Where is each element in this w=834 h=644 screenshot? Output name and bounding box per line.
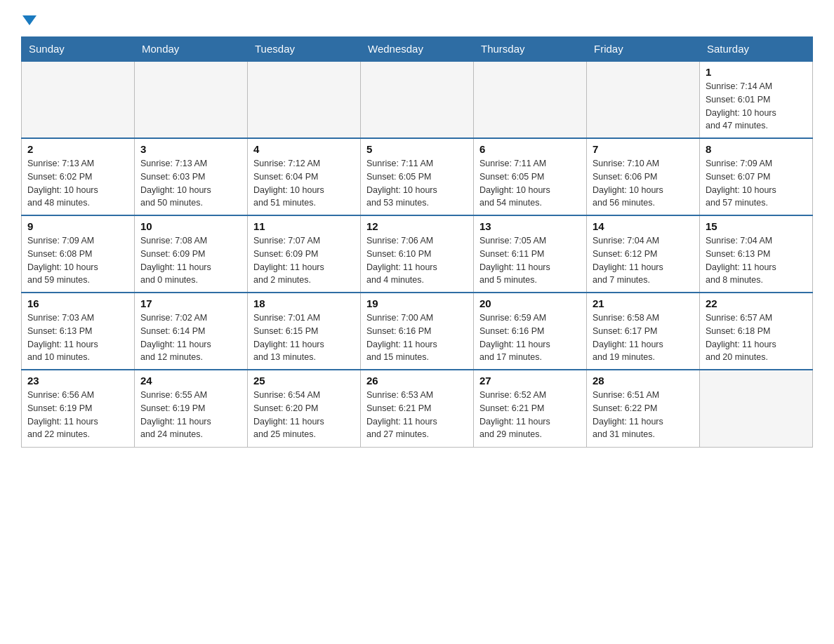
calendar-cell: 26Sunrise: 6:53 AM Sunset: 6:21 PM Dayli… [361, 370, 474, 447]
day-info: Sunrise: 6:52 AM Sunset: 6:21 PM Dayligh… [479, 389, 581, 441]
header-friday: Friday [587, 37, 700, 62]
header-monday: Monday [135, 37, 248, 62]
day-info: Sunrise: 6:54 AM Sunset: 6:20 PM Dayligh… [253, 389, 355, 441]
weekday-header-row: Sunday Monday Tuesday Wednesday Thursday… [22, 37, 813, 62]
day-info: Sunrise: 7:04 AM Sunset: 6:13 PM Dayligh… [706, 234, 807, 287]
calendar-cell: 14Sunrise: 7:04 AM Sunset: 6:12 PM Dayli… [587, 215, 700, 293]
calendar-cell [474, 61, 587, 138]
calendar-cell: 17Sunrise: 7:02 AM Sunset: 6:14 PM Dayli… [135, 293, 248, 370]
calendar-cell: 4Sunrise: 7:12 AM Sunset: 6:04 PM Daylig… [248, 138, 361, 215]
calendar-cell: 19Sunrise: 7:00 AM Sunset: 6:16 PM Dayli… [361, 293, 474, 370]
header-wednesday: Wednesday [361, 37, 474, 62]
calendar-cell: 13Sunrise: 7:05 AM Sunset: 6:11 PM Dayli… [474, 215, 587, 293]
day-number: 17 [140, 297, 241, 309]
header-thursday: Thursday [474, 37, 587, 62]
day-info: Sunrise: 7:04 AM Sunset: 6:12 PM Dayligh… [593, 234, 694, 287]
calendar-cell: 28Sunrise: 6:51 AM Sunset: 6:22 PM Dayli… [587, 370, 700, 447]
day-info: Sunrise: 7:13 AM Sunset: 6:02 PM Dayligh… [27, 157, 128, 210]
day-info: Sunrise: 7:07 AM Sunset: 6:09 PM Dayligh… [253, 234, 355, 287]
day-info: Sunrise: 7:06 AM Sunset: 6:10 PM Dayligh… [366, 234, 468, 287]
day-info: Sunrise: 7:11 AM Sunset: 6:05 PM Dayligh… [366, 157, 468, 210]
calendar-cell: 23Sunrise: 6:56 AM Sunset: 6:19 PM Dayli… [22, 370, 135, 447]
logo [21, 14, 38, 25]
calendar-cell: 25Sunrise: 6:54 AM Sunset: 6:20 PM Dayli… [248, 370, 361, 447]
day-info: Sunrise: 6:58 AM Sunset: 6:17 PM Dayligh… [593, 311, 694, 364]
day-number: 12 [366, 220, 468, 232]
calendar-cell: 24Sunrise: 6:55 AM Sunset: 6:19 PM Dayli… [135, 370, 248, 447]
day-number: 11 [253, 220, 355, 232]
day-info: Sunrise: 7:00 AM Sunset: 6:16 PM Dayligh… [366, 311, 468, 364]
day-info: Sunrise: 7:01 AM Sunset: 6:15 PM Dayligh… [253, 311, 355, 364]
day-number: 4 [253, 143, 355, 155]
calendar-week-row: 16Sunrise: 7:03 AM Sunset: 6:13 PM Dayli… [22, 293, 813, 370]
day-number: 25 [253, 375, 355, 387]
day-info: Sunrise: 7:03 AM Sunset: 6:13 PM Dayligh… [27, 311, 128, 364]
calendar-cell: 10Sunrise: 7:08 AM Sunset: 6:09 PM Dayli… [135, 215, 248, 293]
day-info: Sunrise: 7:02 AM Sunset: 6:14 PM Dayligh… [140, 311, 241, 364]
calendar-cell: 5Sunrise: 7:11 AM Sunset: 6:05 PM Daylig… [361, 138, 474, 215]
day-number: 6 [479, 143, 581, 155]
header-tuesday: Tuesday [248, 37, 361, 62]
day-number: 9 [27, 220, 128, 232]
day-info: Sunrise: 7:05 AM Sunset: 6:11 PM Dayligh… [479, 234, 581, 287]
calendar-cell: 21Sunrise: 6:58 AM Sunset: 6:17 PM Dayli… [587, 293, 700, 370]
day-info: Sunrise: 7:12 AM Sunset: 6:04 PM Dayligh… [253, 157, 355, 210]
page-header [21, 14, 813, 25]
day-number: 5 [366, 143, 468, 155]
day-number: 10 [140, 220, 241, 232]
day-info: Sunrise: 7:08 AM Sunset: 6:09 PM Dayligh… [140, 234, 241, 287]
calendar-cell [587, 61, 700, 138]
calendar-cell [22, 61, 135, 138]
calendar-week-row: 23Sunrise: 6:56 AM Sunset: 6:19 PM Dayli… [22, 370, 813, 447]
calendar-cell [700, 370, 813, 447]
day-number: 19 [366, 297, 468, 309]
calendar-cell: 18Sunrise: 7:01 AM Sunset: 6:15 PM Dayli… [248, 293, 361, 370]
day-info: Sunrise: 6:53 AM Sunset: 6:21 PM Dayligh… [366, 389, 468, 441]
calendar-cell: 3Sunrise: 7:13 AM Sunset: 6:03 PM Daylig… [135, 138, 248, 215]
calendar-week-row: 9Sunrise: 7:09 AM Sunset: 6:08 PM Daylig… [22, 215, 813, 293]
day-number: 16 [27, 297, 128, 309]
day-info: Sunrise: 7:11 AM Sunset: 6:05 PM Dayligh… [479, 157, 581, 210]
calendar-cell: 12Sunrise: 7:06 AM Sunset: 6:10 PM Dayli… [361, 215, 474, 293]
calendar-table: Sunday Monday Tuesday Wednesday Thursday… [21, 36, 813, 448]
day-info: Sunrise: 7:14 AM Sunset: 6:01 PM Dayligh… [706, 80, 807, 133]
header-sunday: Sunday [22, 37, 135, 62]
day-info: Sunrise: 7:13 AM Sunset: 6:03 PM Dayligh… [140, 157, 241, 210]
day-info: Sunrise: 7:09 AM Sunset: 6:08 PM Dayligh… [27, 234, 128, 287]
calendar-cell: 2Sunrise: 7:13 AM Sunset: 6:02 PM Daylig… [22, 138, 135, 215]
day-number: 13 [479, 220, 581, 232]
calendar-cell: 7Sunrise: 7:10 AM Sunset: 6:06 PM Daylig… [587, 138, 700, 215]
calendar-cell: 1Sunrise: 7:14 AM Sunset: 6:01 PM Daylig… [700, 61, 813, 138]
calendar-cell: 8Sunrise: 7:09 AM Sunset: 6:07 PM Daylig… [700, 138, 813, 215]
day-info: Sunrise: 6:59 AM Sunset: 6:16 PM Dayligh… [479, 311, 581, 364]
day-info: Sunrise: 6:56 AM Sunset: 6:19 PM Dayligh… [27, 389, 128, 441]
day-number: 23 [27, 375, 128, 387]
calendar-cell: 15Sunrise: 7:04 AM Sunset: 6:13 PM Dayli… [700, 215, 813, 293]
day-number: 3 [140, 143, 241, 155]
day-number: 18 [253, 297, 355, 309]
day-number: 27 [479, 375, 581, 387]
day-number: 8 [706, 143, 807, 155]
calendar-cell: 16Sunrise: 7:03 AM Sunset: 6:13 PM Dayli… [22, 293, 135, 370]
day-number: 14 [593, 220, 694, 232]
calendar-week-row: 1Sunrise: 7:14 AM Sunset: 6:01 PM Daylig… [22, 61, 813, 138]
header-saturday: Saturday [700, 37, 813, 62]
calendar-cell: 27Sunrise: 6:52 AM Sunset: 6:21 PM Dayli… [474, 370, 587, 447]
calendar-cell [361, 61, 474, 138]
day-number: 1 [706, 66, 807, 78]
day-info: Sunrise: 7:09 AM Sunset: 6:07 PM Dayligh… [706, 157, 807, 210]
day-number: 15 [706, 220, 807, 232]
day-info: Sunrise: 6:55 AM Sunset: 6:19 PM Dayligh… [140, 389, 241, 441]
day-number: 28 [593, 375, 694, 387]
calendar-cell: 20Sunrise: 6:59 AM Sunset: 6:16 PM Dayli… [474, 293, 587, 370]
day-number: 2 [27, 143, 128, 155]
day-info: Sunrise: 7:10 AM Sunset: 6:06 PM Dayligh… [593, 157, 694, 210]
day-info: Sunrise: 6:57 AM Sunset: 6:18 PM Dayligh… [706, 311, 807, 364]
calendar-cell: 11Sunrise: 7:07 AM Sunset: 6:09 PM Dayli… [248, 215, 361, 293]
day-number: 20 [479, 297, 581, 309]
day-info: Sunrise: 6:51 AM Sunset: 6:22 PM Dayligh… [593, 389, 694, 441]
calendar-cell: 22Sunrise: 6:57 AM Sunset: 6:18 PM Dayli… [700, 293, 813, 370]
calendar-cell: 6Sunrise: 7:11 AM Sunset: 6:05 PM Daylig… [474, 138, 587, 215]
calendar-week-row: 2Sunrise: 7:13 AM Sunset: 6:02 PM Daylig… [22, 138, 813, 215]
calendar-cell [248, 61, 361, 138]
